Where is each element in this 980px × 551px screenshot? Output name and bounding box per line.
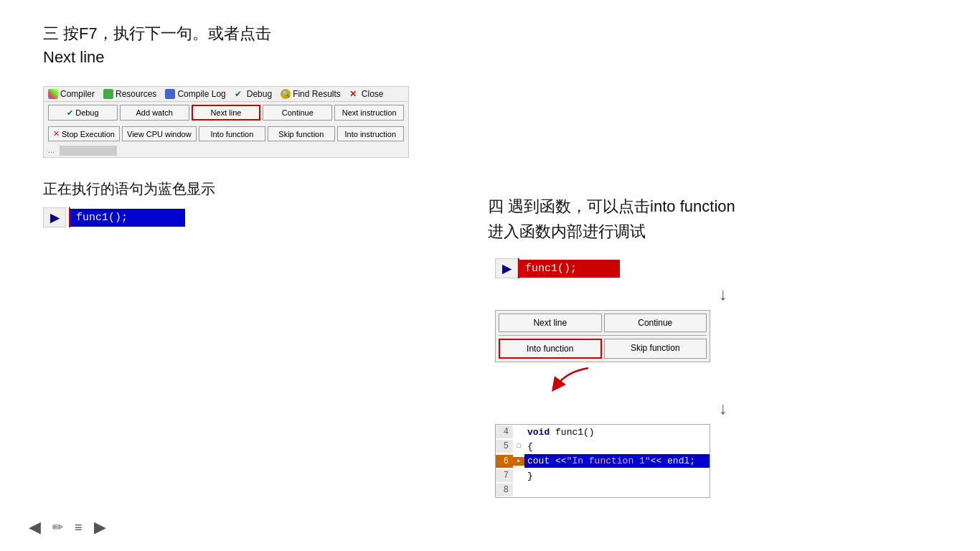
ide-toolbar-row1: ✔ Debug Add watch Next line Continue Nex… (44, 102, 408, 123)
btn-panel-row1: Next line Continue (496, 311, 710, 335)
add-watch-btn[interactable]: Add watch (120, 105, 189, 121)
debug-btn[interactable]: ✔ Debug (48, 105, 118, 121)
ide-menu-bar: Compiler Resources Compile Log ✔ Debug 🔍… (44, 87, 408, 102)
section3-subtitle: Next line (43, 48, 105, 66)
arrow-area: ▶ (43, 207, 66, 227)
code-block-left: ▶ func1(); (43, 207, 459, 227)
down-arrow-2: ↓ (509, 398, 937, 418)
red-arrow-annotation (545, 364, 937, 396)
snippet-line-8: 8 (496, 483, 710, 497)
current-exec-section: 正在执行的语句为蓝色显示 ▶ func1(); (43, 179, 459, 227)
snippet-line-6: 6 ➤ cout <<"In function 1"<< endl; (496, 453, 710, 468)
ide-toolbar-row2: ✕ Stop Execution View CPU window Into fu… (44, 123, 408, 144)
button-panel: Next line Continue Into function Skip fu… (495, 310, 710, 362)
down-arrow-1: ↓ (509, 284, 937, 304)
menu-compile-log[interactable]: Compile Log (165, 89, 225, 99)
bottom-navigation: ◀ ✏ ≡ ▶ (29, 518, 106, 537)
into-function-panel-btn[interactable]: Into function (499, 339, 602, 359)
menu-compiler[interactable]: Compiler (48, 89, 95, 99)
edit-button[interactable]: ✏ (52, 519, 63, 535)
current-code-line-right: func1(); (519, 260, 620, 278)
back-button[interactable]: ◀ (29, 518, 41, 537)
code-snippet: 4 void func1() 5 □ { 6 ➤ cout <<"In func… (495, 424, 710, 498)
stop-execution-btn[interactable]: ✕ Stop Execution (48, 126, 120, 141)
list-button[interactable]: ≡ (75, 520, 83, 535)
snippet-line-5: 5 □ { (496, 439, 710, 453)
into-instruction-btn[interactable]: Into instruction (337, 126, 404, 141)
code-block-right: ▶ func1(); (495, 258, 937, 278)
continue-btn[interactable]: Continue (263, 105, 332, 121)
section3-title-text: 三 按F7，执行下一句。或者点击 (43, 24, 271, 42)
current-exec-title: 正在执行的语句为蓝色显示 (43, 179, 459, 199)
forward-button[interactable]: ▶ (94, 518, 106, 537)
menu-find-results[interactable]: 🔍 Find Results (281, 89, 341, 99)
btn-panel-row2: Into function Skip function (496, 336, 710, 362)
snippet-line-7: 7 } (496, 468, 710, 483)
menu-close[interactable]: ✕ Close (349, 89, 384, 99)
skip-function-panel-btn[interactable]: Skip function (604, 339, 707, 359)
current-code-line: func1(); (70, 209, 185, 227)
view-cpu-btn[interactable]: View CPU window (122, 126, 197, 141)
skip-function-btn-toolbar[interactable]: Skip function (268, 126, 334, 141)
menu-resources[interactable]: Resources (103, 89, 156, 99)
into-function-btn-toolbar[interactable]: Into function (199, 126, 265, 141)
arrow-indicator: ▶ (43, 207, 66, 227)
continue-panel-btn[interactable]: Continue (604, 314, 707, 332)
ide-screenshot: Compiler Resources Compile Log ✔ Debug 🔍… (43, 86, 409, 158)
next-instruction-btn[interactable]: Next instruction (334, 105, 404, 121)
ide-bottom-partial: ... (44, 144, 408, 157)
next-line-panel-btn[interactable]: Next line (499, 314, 602, 332)
next-line-btn[interactable]: Next line (192, 105, 261, 121)
arrow-indicator-right: ▶ (495, 258, 518, 278)
section4-title: 四 遇到函数，可以点击into function 进入函数内部进行调试 (488, 194, 937, 244)
menu-debug[interactable]: ✔ Debug (235, 89, 272, 99)
snippet-line-4: 4 void func1() (496, 425, 710, 439)
left-section: 三 按F7，执行下一句。或者点击 Next line Compiler Reso… (43, 22, 459, 498)
right-section: 四 遇到函数，可以点击into function 进入函数内部进行调试 ▶ fu… (488, 22, 937, 498)
section3-title: 三 按F7，执行下一句。或者点击 Next line (43, 22, 459, 69)
